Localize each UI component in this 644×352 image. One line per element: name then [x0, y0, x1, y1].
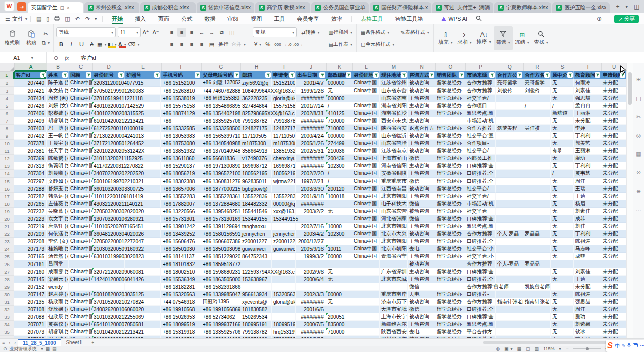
document-tab[interactable]: S高学历 教授.xlsx — [255, 2, 310, 13]
zoom-out-button[interactable]: − — [566, 346, 568, 351]
cell[interactable]: 207282 — [14, 193, 47, 200]
cell[interactable]: 梁馨元 (女 — [47, 276, 69, 283]
copy-icon[interactable]: ⧉▾ — [41, 38, 50, 47]
cell[interactable]: 刘佳 — [574, 223, 601, 230]
filter-dropdown-icon[interactable] — [346, 72, 351, 78]
cell[interactable]: 微信 — [408, 155, 435, 162]
cell[interactable] — [496, 178, 523, 185]
cell[interactable]: China中国 — [69, 147, 92, 155]
cell[interactable] — [523, 321, 551, 328]
row-number[interactable]: 25 — [0, 253, 14, 260]
cell[interactable]: 无 — [326, 87, 352, 95]
cell[interactable]: 舒妍玉 (女 — [47, 185, 69, 193]
cell[interactable]: wendy — [47, 283, 69, 291]
cell[interactable]: / — [523, 102, 551, 110]
cell[interactable]: 留学总经办 — [435, 110, 465, 117]
cell[interactable] — [240, 260, 272, 268]
row-number[interactable]: 34 — [0, 321, 14, 328]
cell[interactable] — [240, 283, 272, 291]
wps-ai-button[interactable]: WPS AI — [435, 13, 473, 24]
cell[interactable]: 口碑推荐:全 — [465, 215, 496, 223]
cell[interactable]: z20001227 — [272, 238, 296, 245]
cell[interactable] — [272, 260, 296, 268]
cell[interactable]: 未分配 — [601, 170, 626, 178]
cell[interactable]: 无 — [551, 230, 574, 238]
cell[interactable]: 无 — [551, 162, 574, 170]
cell[interactable]: / — [326, 102, 352, 110]
cell[interactable]: +86 1335925706 — [201, 117, 240, 125]
cell[interactable]: ######## — [296, 200, 326, 208]
cell[interactable] — [326, 238, 352, 245]
cell[interactable]: 平台合作方 — [465, 328, 496, 336]
zoom-level[interactable]: 115% — [543, 346, 554, 351]
cell[interactable]: 上海市宝山 — [380, 155, 408, 162]
cell[interactable]: 合作项目- — [465, 140, 496, 147]
name-box[interactable]: A1▾ — [0, 52, 47, 63]
cell[interactable]: 未分配 — [601, 306, 626, 313]
strikethrough-button[interactable]: A — [87, 40, 96, 49]
cell[interactable]: 微信 — [408, 178, 435, 185]
cell[interactable]: 未分配 — [601, 298, 626, 306]
help-tool-icon[interactable]: ⊕ — [636, 188, 641, 195]
cell[interactable]: 102300 — [326, 162, 352, 170]
stamp-icon[interactable]: ▣▾ — [504, 346, 513, 351]
cell[interactable]: 102300 — [326, 230, 352, 238]
convert-button[interactable]: ⇄ 转换▾ — [300, 26, 321, 38]
cell[interactable]: 成雨雯 (女 — [47, 268, 69, 276]
cell[interactable]: 未分配 — [601, 268, 626, 276]
row-number[interactable]: 31 — [0, 298, 14, 306]
document-tab[interactable]: S医护五险一金.xlsx — [552, 2, 610, 13]
cell[interactable]: 杨欣雨 (女 — [47, 298, 69, 306]
cell[interactable]: 200051 — [326, 313, 352, 321]
cell[interactable]: 未分配 — [601, 238, 626, 245]
align-bottom-icon[interactable]: ≡ — [187, 28, 196, 37]
cell[interactable]: 2002/5/31 — [296, 147, 326, 155]
cell[interactable] — [496, 162, 523, 170]
tab-审阅[interactable]: 审阅 — [221, 13, 245, 24]
cell[interactable] — [496, 102, 523, 110]
cell[interactable]: 未分配 — [601, 87, 626, 95]
cell[interactable]: China中国 — [69, 95, 92, 102]
cell[interactable]: +86 1506607386 — [201, 238, 240, 245]
cell[interactable]: 无 — [551, 193, 574, 200]
wps-docs-icon[interactable]: ➔ — [17, 2, 26, 11]
decrease-indent-icon[interactable]: ← — [197, 28, 206, 37]
cell[interactable]: 207160 — [14, 268, 47, 276]
cell[interactable]: 刘紫馨 — [574, 321, 601, 328]
cell[interactable]: +44 7460762888 — [201, 87, 240, 95]
cell[interactable]: China中国 — [69, 102, 92, 110]
cell[interactable]: 留学总经办 — [435, 102, 465, 110]
column-header-E[interactable]: E — [125, 63, 162, 71]
cell[interactable] — [272, 185, 296, 193]
cell[interactable]: +86 13220566 — [161, 208, 201, 215]
cell[interactable] — [496, 132, 523, 140]
cell[interactable] — [523, 223, 551, 230]
cell[interactable]: +86 1372884680 — [201, 200, 240, 208]
cell[interactable]: 2002/8/20 — [296, 336, 326, 338]
cell[interactable]: 口碑推荐:全 — [465, 178, 496, 185]
cell[interactable]: 口碑推荐:全 — [465, 306, 496, 313]
cell[interactable]: +86 1971300890 — [201, 162, 240, 170]
cell[interactable]: +86 15606476 — [161, 238, 201, 245]
column-header-P[interactable]: P — [466, 63, 496, 71]
cell[interactable]: 180562196 — [272, 170, 296, 178]
cell[interactable]: 留学总经办 — [435, 162, 465, 170]
cell[interactable]: +86 1335925706 — [201, 328, 240, 336]
redo-icon[interactable]: ↷ — [85, 16, 90, 22]
cell[interactable]: 主动咨询 — [408, 223, 435, 230]
cell[interactable]: 未分配 — [601, 193, 626, 200]
tab-数据[interactable]: 数据 — [198, 13, 221, 24]
cell[interactable]: 207161 — [14, 260, 47, 268]
cell[interactable]: 内部员工推 — [465, 155, 496, 162]
row-number[interactable]: 23 — [0, 238, 14, 245]
header-cell[interactable]: 手机号码 — [161, 71, 201, 79]
cell[interactable]: 799138782 — [240, 117, 272, 125]
cell[interactable]: 无 — [551, 185, 574, 193]
cell[interactable]: 274499 — [326, 140, 352, 147]
cell[interactable]: 刘素佳 — [574, 87, 601, 95]
cell[interactable]: 无 — [551, 306, 574, 313]
cell[interactable]: 835000 — [326, 321, 352, 328]
column-header-K[interactable]: K — [327, 63, 353, 71]
cell[interactable]: 微信 — [408, 306, 435, 313]
column-header-T[interactable]: T — [574, 63, 602, 71]
